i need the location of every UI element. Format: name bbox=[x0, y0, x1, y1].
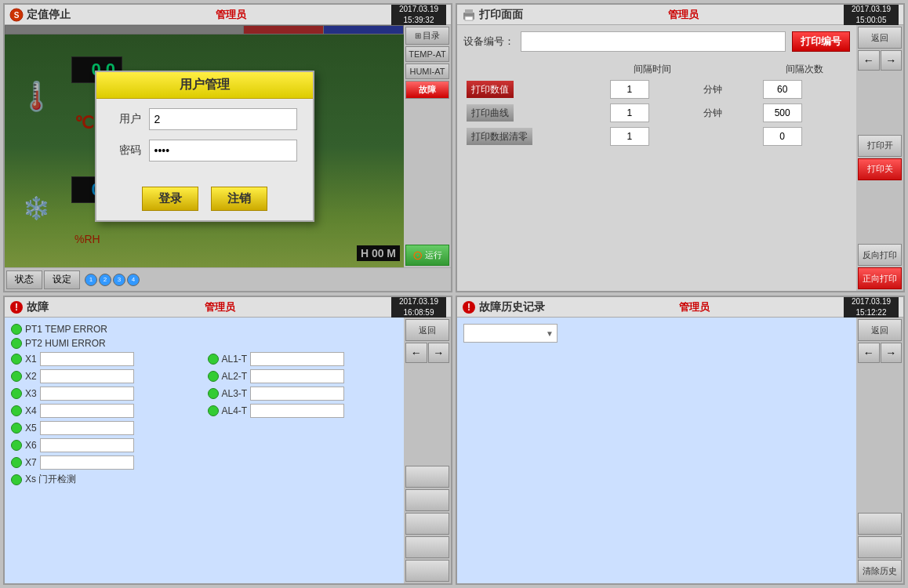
status-btn[interactable]: 状态 bbox=[6, 270, 42, 289]
indicator-dots: 1 2 3 4 bbox=[85, 274, 140, 286]
user-row: 用户 bbox=[112, 108, 297, 130]
panel-fault: ! 故障 管理员 2017.03.19 16:08:59 PT1 TEMP ER… bbox=[3, 296, 452, 585]
sidebar-btn-fault[interactable]: 故障 bbox=[405, 81, 449, 99]
fault-dot-al3 bbox=[208, 388, 219, 399]
settings-btn[interactable]: 设定 bbox=[44, 270, 80, 289]
panel2-header: 打印面面 管理员 2017.03.19 15:00:05 bbox=[457, 5, 903, 25]
nav-btns-p2: ← → bbox=[858, 50, 902, 71]
fault-input-x6[interactable] bbox=[40, 438, 134, 452]
print-on-btn[interactable]: 打印开 bbox=[858, 135, 902, 157]
next-btn-p3[interactable]: → bbox=[428, 343, 450, 363]
fault-input-x3[interactable] bbox=[40, 387, 134, 401]
pwd-input[interactable] bbox=[149, 140, 297, 162]
fault-label-xs: Xs 门开检测 bbox=[25, 473, 76, 486]
fault-dot-x2 bbox=[11, 371, 22, 382]
prev-btn-p2[interactable]: ← bbox=[858, 50, 880, 71]
sidebar-btn-humiat[interactable]: HUMI-AT bbox=[405, 64, 449, 79]
print-code-btn[interactable]: 打印编号 bbox=[792, 31, 850, 52]
fault-input-al2[interactable] bbox=[250, 369, 344, 383]
p3-btn-1[interactable] bbox=[405, 466, 449, 488]
panel4-admin: 管理员 bbox=[679, 300, 710, 314]
print-clear-time-input[interactable] bbox=[610, 127, 649, 146]
panel4-header: ! 故障历史记录 管理员 2017.03.19 15:12:22 bbox=[457, 297, 903, 318]
reverse-print-btn[interactable]: 反向打印 bbox=[858, 244, 902, 266]
fault-history-icon: ! bbox=[462, 300, 476, 314]
p3-btn-2[interactable] bbox=[405, 489, 449, 511]
login-button[interactable]: 登录 bbox=[142, 187, 198, 211]
sidebar-btn-tempat[interactable]: TEMP-AT bbox=[405, 46, 449, 62]
print-data-count-input[interactable] bbox=[763, 80, 802, 99]
panel2-body: 设备编号： 打印编号 间隔时间 间隔次数 bbox=[457, 25, 903, 291]
p3-btn-5[interactable] bbox=[405, 560, 449, 582]
prev-btn-p3[interactable]: ← bbox=[405, 343, 427, 363]
print-clear-count-input[interactable] bbox=[763, 127, 802, 146]
history-dropdown[interactable]: ▼ bbox=[463, 324, 558, 343]
al-faults-column: AL1-T AL2-T AL3-T bbox=[208, 352, 398, 489]
fault-label-x7: X7 bbox=[25, 457, 37, 468]
print-data-row: 打印数值 分钟 bbox=[463, 78, 850, 101]
forward-print-btn[interactable]: 正向打印 bbox=[858, 267, 902, 289]
panel4-title: ! 故障历史记录 bbox=[462, 300, 545, 314]
col-interval-count: 间隔次数 bbox=[760, 61, 850, 78]
print-curve-time-input[interactable] bbox=[610, 103, 649, 122]
clear-history-btn[interactable]: 清除历史 bbox=[858, 560, 902, 582]
panel1-admin: 管理员 bbox=[216, 8, 246, 22]
print-data-time-input[interactable] bbox=[610, 80, 649, 99]
panel-fixed-stop: S 定值停止 管理员 2017.03.19 15:39:32 bbox=[3, 3, 452, 292]
panel3-admin: 管理员 bbox=[205, 300, 235, 314]
print-off-btn[interactable]: 打印关 bbox=[858, 158, 902, 180]
indicator-3: 3 bbox=[113, 274, 125, 286]
panel-fault-history: ! 故障历史记录 管理员 2017.03.19 15:12:22 ▼ bbox=[456, 296, 905, 585]
dropdown-row: ▼ bbox=[463, 324, 850, 343]
fault-input-al4[interactable] bbox=[250, 404, 344, 418]
panel4-sidebar: 返回 ← → 清除历史 bbox=[856, 318, 903, 583]
panel2-sidebar: 返回 ← → 打印开 打印关 反向打印 正向打印 bbox=[856, 25, 903, 291]
user-input[interactable] bbox=[149, 108, 297, 130]
print-clear-row: 打印数据清零 bbox=[463, 125, 850, 148]
p3-btn-3[interactable] bbox=[405, 513, 449, 535]
back-btn-p4[interactable]: 返回 bbox=[858, 319, 902, 341]
p4-btn-1[interactable] bbox=[858, 513, 902, 535]
print-curve-count-input[interactable] bbox=[763, 103, 802, 122]
panel1-title-text: 定值停止 bbox=[27, 8, 71, 22]
svg-text:S: S bbox=[14, 11, 20, 20]
panel4-body: ▼ 返回 ← → 清除历史 bbox=[457, 318, 903, 583]
fault-label-pt1: PT1 TEMP ERROR bbox=[25, 324, 107, 335]
fault-x2: X2 bbox=[11, 369, 202, 383]
user-label: 用户 bbox=[112, 112, 141, 126]
fault-al3: AL3-T bbox=[208, 387, 398, 401]
next-btn-p4[interactable]: → bbox=[881, 343, 903, 363]
panel2-title-text: 打印面面 bbox=[479, 8, 523, 22]
fault-input-x7[interactable] bbox=[40, 456, 134, 470]
back-btn-p2[interactable]: 返回 bbox=[858, 27, 902, 49]
svg-text:!: ! bbox=[467, 302, 470, 313]
fault-input-al3[interactable] bbox=[250, 387, 344, 401]
next-btn-p2[interactable]: → bbox=[881, 50, 903, 71]
print-curve-row: 打印曲线 分钟 bbox=[463, 101, 850, 125]
fault-input-x1[interactable] bbox=[40, 352, 134, 366]
print-data-label: 打印数值 bbox=[467, 81, 514, 98]
sidebar-btn-catalog[interactable]: ⊞ 目录 bbox=[405, 27, 449, 45]
fault-label-x5: X5 bbox=[25, 423, 37, 434]
prev-btn-p4[interactable]: ← bbox=[858, 343, 880, 363]
fault-input-x5[interactable] bbox=[40, 421, 134, 435]
panel2-content: 设备编号： 打印编号 间隔时间 间隔次数 bbox=[457, 25, 856, 291]
cancel-button[interactable]: 注销 bbox=[211, 187, 267, 211]
svg-text:!: ! bbox=[15, 302, 18, 313]
p4-btn-2[interactable] bbox=[858, 536, 902, 558]
fault-input-al1[interactable] bbox=[250, 352, 344, 366]
fault-x3: X3 bbox=[11, 387, 202, 401]
indicator-4: 4 bbox=[127, 274, 140, 286]
running-indicator: ⊙ 运行 bbox=[405, 245, 449, 266]
p3-btn-4[interactable] bbox=[405, 536, 449, 558]
panel3-datetime: 2017.03.19 16:08:59 bbox=[391, 296, 446, 320]
device-input[interactable] bbox=[521, 31, 786, 52]
back-btn-p3[interactable]: 返回 bbox=[405, 319, 449, 341]
fault-input-x4[interactable] bbox=[40, 404, 134, 418]
fault-x7: X7 bbox=[11, 456, 202, 470]
panel1-title: S 定值停止 bbox=[9, 8, 71, 22]
fault-label-al4: AL4-T bbox=[222, 405, 248, 416]
fault-input-x2[interactable] bbox=[40, 369, 134, 383]
fault-label-pt2: PT2 HUMI ERROR bbox=[25, 338, 106, 349]
fault-label-al2: AL2-T bbox=[222, 371, 248, 382]
